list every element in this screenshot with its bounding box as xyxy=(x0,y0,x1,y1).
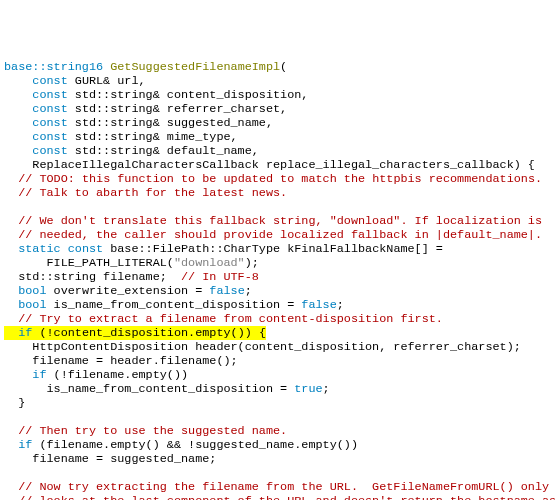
keyword-token: true xyxy=(294,382,322,396)
function-name: GetSuggestedFilenameImpl xyxy=(110,60,280,74)
keyword-token: const xyxy=(4,74,68,88)
keyword-token: const xyxy=(4,144,68,158)
code-line: FILE_PATH_LITERAL("download"); xyxy=(4,256,259,270)
comment-token: // Then try to use the suggested name. xyxy=(4,424,287,438)
keyword-token: const xyxy=(4,102,68,116)
code-line: if (!filename.empty()) xyxy=(4,368,188,382)
keyword-token: false xyxy=(209,284,244,298)
code-text: base::FilePath::CharType kFinalFallbackN… xyxy=(103,242,443,256)
type-token: base::string16 xyxy=(4,60,110,74)
code-text: is_name_from_content_disposition = xyxy=(46,298,301,312)
keyword-token: bool xyxy=(4,284,46,298)
code-line: ReplaceIllegalCharactersCallback replace… xyxy=(4,158,535,172)
code-text: filename = suggested_name; xyxy=(4,452,216,466)
code-block: base::string16 GetSuggestedFilenameImpl(… xyxy=(4,60,554,500)
keyword-token: false xyxy=(301,298,336,312)
keyword-token: if xyxy=(4,368,46,382)
comment-token: // Try to extract a filename from conten… xyxy=(4,312,443,326)
code-line: const std::string& mime_type, xyxy=(4,130,238,144)
comment-token: // looks at the last component of the UR… xyxy=(4,494,558,500)
code-text: ); xyxy=(245,256,259,270)
code-line: const std::string& suggested_name, xyxy=(4,116,273,130)
code-text: ; xyxy=(337,298,344,312)
keyword-token: static xyxy=(4,242,61,256)
code-line: bool is_name_from_content_disposition = … xyxy=(4,298,344,312)
code-line: const std::string& referrer_charset, xyxy=(4,102,287,116)
keyword-token: const xyxy=(4,130,68,144)
code-text: ; xyxy=(323,382,330,396)
code-text: std::string& referrer_charset, xyxy=(68,102,287,116)
code-line: const std::string& content_disposition, xyxy=(4,88,308,102)
code-text: ; xyxy=(245,284,252,298)
comment-token: // Talk to abarth for the latest news. xyxy=(4,186,287,200)
string-token: "download" xyxy=(174,256,245,270)
code-line: // looks at the last component of the UR… xyxy=(4,494,558,500)
code-line: // needed, the caller should provide loc… xyxy=(4,228,542,242)
keyword-token: const xyxy=(61,242,103,256)
code-line: if (filename.empty() && !suggested_name.… xyxy=(4,438,358,452)
keyword-token: if xyxy=(18,326,32,340)
code-line: } xyxy=(4,396,25,410)
comment-token: // We don't translate this fallback stri… xyxy=(4,214,542,228)
code-line: // TODO: this function to be updated to … xyxy=(4,172,542,186)
code-line: // Try to extract a filename from conten… xyxy=(4,312,443,326)
code-text: } xyxy=(4,396,25,410)
comment-token: // Now try extracting the filename from … xyxy=(4,480,549,494)
comment-token: // xyxy=(4,172,39,186)
code-text: GURL& url, xyxy=(68,74,146,88)
code-line: bool overwrite_extension = false; xyxy=(4,284,252,298)
code-text: overwrite_extension = xyxy=(46,284,209,298)
code-text: std::string& mime_type, xyxy=(68,130,238,144)
keyword-token: if xyxy=(4,438,32,452)
code-line: // Talk to abarth for the latest news. xyxy=(4,186,287,200)
code-line: std::string filename; // In UTF-8 xyxy=(4,270,259,284)
highlighted-line: if (!content_disposition.empty()) { xyxy=(4,326,266,340)
code-line: // Now try extracting the filename from … xyxy=(4,480,549,494)
code-text: std::string& suggested_name, xyxy=(68,116,273,130)
comment-token: // In UTF-8 xyxy=(181,270,259,284)
comment-token: // needed, the caller should provide loc… xyxy=(4,228,542,242)
keyword-token: const xyxy=(4,116,68,130)
code-text xyxy=(4,326,18,340)
code-line: is_name_from_content_disposition = true; xyxy=(4,382,330,396)
code-text: is_name_from_content_disposition = xyxy=(4,382,294,396)
code-text: ReplaceIllegalCharactersCallback replace… xyxy=(4,158,535,172)
code-line: static const base::FilePath::CharType kF… xyxy=(4,242,443,256)
keyword-token: const xyxy=(4,88,68,102)
code-text: (!filename.empty()) xyxy=(46,368,188,382)
code-text: std::string filename; xyxy=(4,270,181,284)
code-text: ( xyxy=(280,60,287,74)
code-text: (filename.empty() && !suggested_name.emp… xyxy=(32,438,358,452)
code-line: filename = suggested_name; xyxy=(4,452,216,466)
code-text: std::string& content_disposition, xyxy=(68,88,309,102)
code-line: HttpContentDisposition header(content_di… xyxy=(4,340,521,354)
code-text: FILE_PATH_LITERAL( xyxy=(4,256,174,270)
code-text: std::string& default_name, xyxy=(68,144,259,158)
comment-token: : this function to be updated to match t… xyxy=(68,172,542,186)
code-line: const std::string& default_name, xyxy=(4,144,259,158)
code-line: filename = header.filename(); xyxy=(4,354,238,368)
code-line: base::string16 GetSuggestedFilenameImpl( xyxy=(4,60,287,74)
code-text: filename = header.filename(); xyxy=(4,354,238,368)
todo-token: TODO xyxy=(39,172,67,186)
code-line: // We don't translate this fallback stri… xyxy=(4,214,542,228)
keyword-token: bool xyxy=(4,298,46,312)
code-line: const GURL& url, xyxy=(4,74,146,88)
code-line: // Then try to use the suggested name. xyxy=(4,424,287,438)
code-text: HttpContentDisposition header(content_di… xyxy=(4,340,521,354)
code-text: (!content_disposition.empty()) { xyxy=(32,326,266,340)
